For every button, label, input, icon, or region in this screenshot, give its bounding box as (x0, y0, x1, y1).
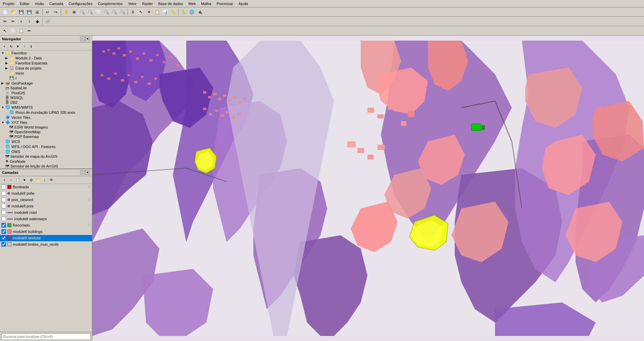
navigator-float-button[interactable]: □ (80, 37, 85, 41)
select-rect-button[interactable]: ⬜ (9, 27, 17, 35)
browser-button[interactable]: 🌐 (188, 8, 195, 16)
zoom-layer-button[interactable]: 🔍 (111, 8, 118, 16)
move-feature-button[interactable]: ↕ (26, 18, 33, 25)
nav-tree-item-geopackage[interactable]: ▶ 📦 GeoPackage (0, 81, 92, 86)
tree-expand-icon[interactable]: ▼ (1, 106, 5, 109)
layers-layer-props-button[interactable]: ⚙ (28, 177, 34, 183)
plugin-button[interactable]: 🔌 (196, 8, 203, 16)
layer-item-module8-limites[interactable]: module8 limites_mun_recife (0, 241, 92, 248)
layer-visibility-checkbox[interactable] (1, 210, 6, 215)
layer-item-module8-waterways[interactable]: module8 waterways (0, 216, 92, 222)
menu-base-dados[interactable]: Base de dados (156, 1, 186, 6)
python-button[interactable]: 🐍 (180, 8, 187, 16)
redo-button[interactable]: ↪ (52, 8, 59, 16)
layers-float-button[interactable]: □ (80, 170, 85, 175)
zoom-selection-button[interactable]: 🔍 (103, 8, 110, 16)
nav-tree-item-mssql[interactable]: 🗄 MSSQL (0, 95, 92, 100)
map-area[interactable] (92, 36, 644, 341)
nav-add-button[interactable]: + (1, 43, 7, 49)
layer-visibility-checkbox[interactable] (1, 242, 6, 247)
nav-tree-item-arcgis-map[interactable]: 🗺 Servidor de mapa do ArcGIS (0, 154, 92, 159)
navigator-close-button[interactable]: ✕ (85, 37, 90, 41)
layer-visibility-checkbox[interactable] (1, 223, 6, 228)
nav-tree-item-vector-tiles[interactable]: 🔷 Vector Tiles (0, 115, 92, 120)
layer-visibility-checkbox[interactable] (1, 197, 6, 202)
toggle-editing-button[interactable]: ✏ (26, 27, 33, 35)
zoom-in-button[interactable]: 🔍 (79, 8, 86, 16)
search-input[interactable] (1, 333, 91, 340)
pan-button[interactable]: ✋ (62, 8, 70, 16)
measure-button[interactable]: 📏 (169, 8, 177, 16)
tree-expand-icon[interactable]: ▶ (1, 82, 5, 85)
menu-camada[interactable]: Camada (47, 1, 66, 6)
menu-processar[interactable]: Processar (214, 1, 236, 6)
nav-tree-item-wfs[interactable]: 🌐 WFS / OGC API - Features (0, 144, 92, 149)
layers-close-button[interactable]: ✕ (85, 170, 90, 175)
layer-visibility-checkbox[interactable] (1, 204, 6, 208)
statistics-button[interactable]: 📊 (161, 8, 169, 16)
layer-visibility-checkbox[interactable] (1, 185, 6, 189)
layer-options-icon[interactable]: ⋮ (88, 198, 91, 201)
tree-expand-icon[interactable]: ▶ (5, 56, 9, 60)
layer-item-module8-pofw[interactable]: module8 pofw (0, 190, 92, 197)
nav-tree-item-inicio[interactable]: 📁 Inicio (0, 70, 92, 76)
layers-toggle-button[interactable]: 👁 (48, 177, 54, 183)
nav-tree-item-xyz-tiles[interactable]: ▼ 🔷 XYZ Tiles (0, 120, 92, 125)
select-button[interactable]: ↖ (137, 8, 145, 16)
layers-remove-button[interactable]: − (8, 177, 14, 183)
new-project-button[interactable]: 📄 (1, 8, 9, 16)
menu-web[interactable]: Web (186, 1, 198, 6)
menu-vetor[interactable]: Vetor (125, 1, 139, 6)
menu-complementos[interactable]: Complementos (95, 1, 125, 6)
nav-tree-item-ows[interactable]: 🌐 OWS (0, 149, 92, 154)
tree-expand-icon[interactable]: ▶ (5, 66, 9, 70)
nav-tree-item-module2[interactable]: ▶ 📁 Module 2 - Data (0, 55, 92, 60)
layer-visibility-checkbox[interactable] (1, 229, 6, 234)
layer-options-icon[interactable]: ⋮ (88, 185, 91, 189)
menu-projeto[interactable]: Projeto (0, 1, 17, 6)
layers-add-group-button[interactable]: 📁 (35, 177, 41, 183)
nav-tree-item-casa-projeto[interactable]: ▶ 🏠 Casa do projeto (0, 65, 92, 70)
nav-tree-item-favoritos-espaciais[interactable]: ▶ 📁 Favoritos Espaciais (0, 60, 92, 65)
nav-tree-item-geonode[interactable]: ❄ GeoNode (0, 159, 92, 164)
menu-ajuda[interactable]: Ajuda (236, 1, 251, 6)
zoom-full-button[interactable]: ⬜ (95, 8, 102, 16)
nav-tree-item-slash[interactable]: 💾 / (0, 76, 92, 81)
layer-item-pois-cleaned[interactable]: pois_cleaned ⋮ (0, 197, 92, 203)
print-button[interactable]: 🖨 (34, 8, 41, 16)
digitize-button[interactable]: ✏ (1, 18, 9, 25)
nav-tree-item-wms-wmts[interactable]: ▼ 🌐 WMS/WMTS (0, 105, 92, 110)
layer-item-module8-landuse[interactable]: module8 landuse (0, 235, 92, 241)
layer-visibility-checkbox[interactable] (1, 236, 6, 240)
node-tool-button[interactable]: ◆ (34, 18, 41, 25)
nav-tree-item-favoritos[interactable]: ▼ ⭐ Favoritos (0, 50, 92, 55)
zoom-out-button[interactable]: 🔍 (87, 8, 94, 16)
menu-raster[interactable]: Raster (139, 1, 155, 6)
layers-filter-button[interactable]: ▼ (21, 177, 28, 183)
layers-expand-button[interactable]: ↕ (42, 177, 48, 183)
menu-visao[interactable]: Visão (32, 1, 47, 6)
layer-item-module8-buildings[interactable]: module8 buildings (0, 229, 92, 235)
nav-tree-item-risco-inundacao[interactable]: 🌐 Risco de inundação LiPAD 100 anos (0, 110, 92, 115)
menu-malha[interactable]: Malha (198, 1, 214, 6)
tree-expand-icon[interactable]: ▶ (5, 61, 9, 65)
layer-options-icon[interactable]: ⋮ (88, 224, 91, 227)
nav-tree-item-wcs[interactable]: 🌐 WCS (0, 139, 92, 144)
nav-collapse-button[interactable]: ↑ (21, 43, 28, 49)
snapping-button[interactable]: 🔗 (44, 18, 51, 25)
nav-tree-item-postgis[interactable]: 🐘 PostGIS (0, 90, 92, 95)
save-project-button[interactable]: 💾 (17, 8, 25, 16)
nav-filter-button[interactable]: ▼ (15, 43, 21, 49)
layer-visibility-checkbox[interactable] (1, 191, 6, 196)
nav-props-button[interactable]: ℹ (28, 43, 34, 49)
nav-refresh-button[interactable]: ↻ (8, 43, 14, 49)
layers-open-attribute-button[interactable]: 📋 (15, 177, 21, 183)
tree-expand-icon[interactable]: ▼ (1, 51, 5, 55)
layer-item-recortado[interactable]: Recortado ⋮ (0, 222, 92, 229)
layers-add-button[interactable]: + (1, 177, 7, 183)
nav-tree-item-db2[interactable]: 🗄 DB2 (0, 100, 92, 105)
nav-tree-item-pgp-basemap[interactable]: 🗺 PGP Basemap (0, 134, 92, 139)
nav-tree-item-spatialite[interactable]: 🗃 SpatiaLite (0, 86, 92, 90)
nav-tree-item-esri[interactable]: 🗺 ESRI World Imagery (0, 125, 92, 130)
layer-item-module8-road[interactable]: module8 road (0, 209, 92, 216)
